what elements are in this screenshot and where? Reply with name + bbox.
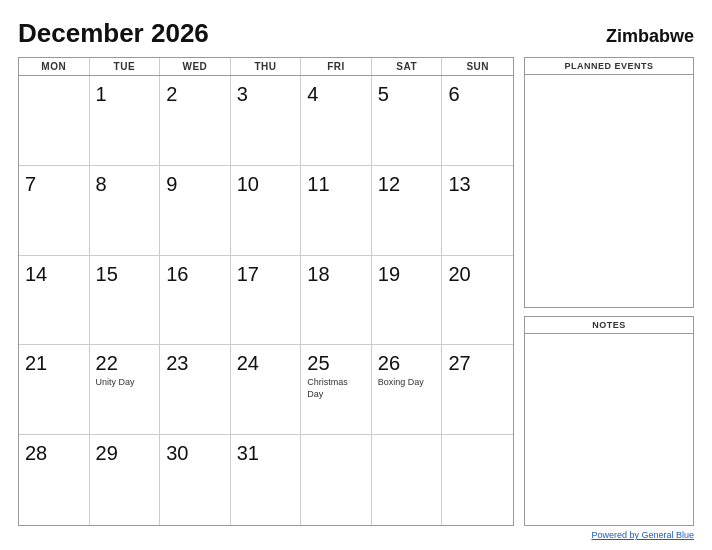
dow-cell: FRI	[301, 58, 372, 75]
day-number: 19	[378, 262, 400, 286]
day-cell: 9	[160, 166, 231, 256]
dow-cell: SUN	[442, 58, 513, 75]
day-cell: 28	[19, 435, 90, 525]
notes-box: NOTES	[524, 316, 694, 526]
day-cell: 1	[90, 76, 161, 166]
day-cell: 27	[442, 345, 513, 435]
day-number: 5	[378, 82, 389, 106]
day-number: 9	[166, 172, 177, 196]
day-cell: 17	[231, 256, 302, 346]
day-cell: 22Unity Day	[90, 345, 161, 435]
notes-body	[525, 334, 693, 525]
day-cell: 12	[372, 166, 443, 256]
page-title: December 2026	[18, 18, 209, 49]
day-number: 13	[448, 172, 470, 196]
day-cell: 11	[301, 166, 372, 256]
day-number: 29	[96, 441, 118, 465]
day-cell: 30	[160, 435, 231, 525]
day-cell: 26Boxing Day	[372, 345, 443, 435]
day-number: 30	[166, 441, 188, 465]
day-number: 31	[237, 441, 259, 465]
day-number: 22	[96, 351, 118, 375]
day-cell: 2	[160, 76, 231, 166]
day-cell: 10	[231, 166, 302, 256]
calendar: MONTUEWEDTHUFRISATSUN 123456789101112131…	[18, 57, 514, 526]
day-cell: 13	[442, 166, 513, 256]
day-number: 17	[237, 262, 259, 286]
dow-cell: WED	[160, 58, 231, 75]
planned-events-box: PLANNED EVENTS	[524, 57, 694, 308]
day-cell: 29	[90, 435, 161, 525]
day-number: 15	[96, 262, 118, 286]
day-number: 18	[307, 262, 329, 286]
day-event-label: Christmas Day	[307, 377, 365, 400]
day-cell: 3	[231, 76, 302, 166]
planned-events-body	[525, 75, 693, 307]
sidebar: PLANNED EVENTS NOTES	[524, 57, 694, 526]
day-cell: 20	[442, 256, 513, 346]
day-number: 20	[448, 262, 470, 286]
day-cell: 24	[231, 345, 302, 435]
day-number: 14	[25, 262, 47, 286]
day-cell: 7	[19, 166, 90, 256]
day-cell: 16	[160, 256, 231, 346]
day-number: 28	[25, 441, 47, 465]
day-number: 8	[96, 172, 107, 196]
day-number: 2	[166, 82, 177, 106]
day-number: 21	[25, 351, 47, 375]
day-cell: 19	[372, 256, 443, 346]
day-number: 12	[378, 172, 400, 196]
day-cell: 15	[90, 256, 161, 346]
day-event-label: Unity Day	[96, 377, 135, 389]
day-number: 7	[25, 172, 36, 196]
dow-cell: MON	[19, 58, 90, 75]
day-of-week-row: MONTUEWEDTHUFRISATSUN	[19, 58, 513, 76]
dow-cell: SAT	[372, 58, 443, 75]
day-cell: 5	[372, 76, 443, 166]
days-grid: 12345678910111213141516171819202122Unity…	[19, 76, 513, 525]
country-label: Zimbabwe	[606, 26, 694, 47]
day-cell: 8	[90, 166, 161, 256]
day-number: 25	[307, 351, 329, 375]
day-number: 23	[166, 351, 188, 375]
day-number: 27	[448, 351, 470, 375]
day-number: 16	[166, 262, 188, 286]
notes-header: NOTES	[525, 317, 693, 334]
powered-by-link[interactable]: Powered by General Blue	[591, 530, 694, 540]
day-cell: 25Christmas Day	[301, 345, 372, 435]
day-cell	[372, 435, 443, 525]
day-number: 1	[96, 82, 107, 106]
day-cell: 23	[160, 345, 231, 435]
main-content: MONTUEWEDTHUFRISATSUN 123456789101112131…	[18, 57, 694, 526]
day-cell: 31	[231, 435, 302, 525]
day-cell: 4	[301, 76, 372, 166]
day-event-label: Boxing Day	[378, 377, 424, 389]
footer: Powered by General Blue	[18, 526, 694, 540]
day-number: 10	[237, 172, 259, 196]
day-number: 4	[307, 82, 318, 106]
day-cell	[19, 76, 90, 166]
header: December 2026 Zimbabwe	[18, 18, 694, 49]
day-number: 24	[237, 351, 259, 375]
day-cell: 14	[19, 256, 90, 346]
planned-events-header: PLANNED EVENTS	[525, 58, 693, 75]
day-number: 3	[237, 82, 248, 106]
page: December 2026 Zimbabwe MONTUEWEDTHUFRISA…	[0, 0, 712, 550]
day-cell	[442, 435, 513, 525]
day-cell: 6	[442, 76, 513, 166]
day-cell: 21	[19, 345, 90, 435]
dow-cell: TUE	[90, 58, 161, 75]
day-number: 11	[307, 172, 329, 196]
day-number: 6	[448, 82, 459, 106]
dow-cell: THU	[231, 58, 302, 75]
day-number: 26	[378, 351, 400, 375]
day-cell: 18	[301, 256, 372, 346]
day-cell	[301, 435, 372, 525]
